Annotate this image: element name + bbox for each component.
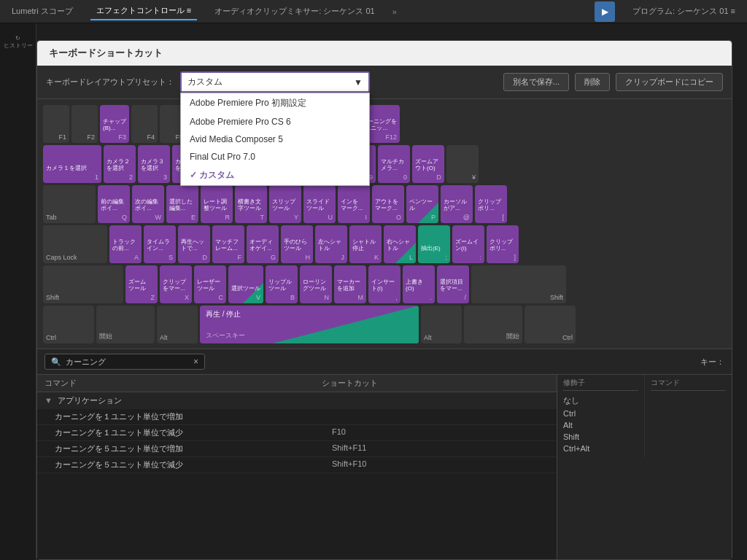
key-d[interactable]: 再生へットで... D — [178, 225, 210, 263]
key-o[interactable]: アウトをマーク... O — [372, 185, 404, 223]
key-f3[interactable]: チャップ(B)... F3 — [100, 105, 129, 143]
key-2[interactable]: カメラ２を選択 2 — [104, 145, 136, 183]
preset-select-wrapper[interactable]: カスタム ▼ Adobe Premiere Pro 初期設定 Adobe Pre… — [180, 71, 370, 93]
list-item[interactable]: カーニングを５ユニット単位で増加 Shift+F11 — [37, 441, 557, 457]
more-tabs-icon[interactable]: » — [392, 7, 397, 16]
key-c[interactable]: レーザーツール C — [194, 265, 226, 303]
key-r[interactable]: レート調整ツール R — [201, 185, 233, 223]
modifier-ctrl[interactable]: Ctrl — [563, 408, 638, 419]
key-z[interactable]: ズームツール Z — [125, 265, 158, 303]
list-item[interactable]: カーニングを１ユニット単位で増加 — [37, 409, 557, 425]
keyboard-row-bottom: Ctrl 開始 Alt 再生 / 停止 スペースキー Alt 開始 Ctrl — [43, 306, 726, 343]
key-j[interactable]: 左へシャトル J — [315, 225, 347, 263]
search-input-wrapper[interactable]: 🔍 × — [44, 354, 205, 370]
right-panel: 修飾子 なし Ctrl Alt Shift Ctrl+Alt コマンド — [557, 375, 732, 559]
key-f[interactable]: マッチフレーム... F — [212, 225, 244, 263]
search-input[interactable] — [66, 357, 189, 366]
delete-button[interactable]: 削除 — [575, 73, 610, 91]
key-i[interactable]: インをマーク... I — [338, 185, 370, 223]
keyboard-row-qwerty: Tab 前の編集ポイ... Q 次の編集ポイ... W 選択した編集... E … — [43, 185, 726, 223]
key-q[interactable]: 前の編集ポイ... Q — [98, 185, 130, 223]
key-f2[interactable]: F2 — [71, 105, 98, 143]
key-x[interactable]: クリップをマー... X — [160, 265, 192, 303]
key-f1[interactable]: F1 — [43, 105, 69, 143]
preset-label: キーボードレイアウトプリセット： — [46, 77, 174, 88]
key-w[interactable]: 次の編集ポイ... W — [132, 185, 164, 223]
key-space[interactable]: 再生 / 停止 スペースキー — [200, 306, 419, 343]
list-item[interactable]: カーニングを５ユニット単位で減少 Shift+F10 — [37, 457, 557, 473]
modifier-none[interactable]: なし — [563, 394, 638, 408]
key-a[interactable]: トラックの前... A — [109, 225, 142, 263]
preset-option-final-cut[interactable]: Final Cut Pro 7.0 — [181, 148, 369, 166]
key-label: キー： — [700, 357, 724, 368]
key-l[interactable]: 右へシャトル L — [384, 225, 416, 263]
keyboard-row-numbers: カメラ１を選択 1 カメラ２を選択 2 カメラ３を選択 3 カメラ４を選択 4 … — [43, 145, 726, 183]
preset-dropdown: Adobe Premiere Pro 初期設定 Adobe Premiere P… — [180, 93, 370, 186]
key-e[interactable]: 選択した編集... E — [166, 185, 198, 223]
key-start-right[interactable]: 開始 — [464, 306, 522, 343]
key-t[interactable]: 横書き文字ツール T — [235, 185, 267, 223]
key-start-left[interactable]: 開始 — [96, 306, 155, 343]
key-capslock[interactable]: Caps Lock — [43, 225, 107, 263]
preset-option-adobe-cs6[interactable]: Adobe Premiere Pro CS 6 — [181, 113, 369, 131]
preset-select[interactable]: カスタム ▼ — [180, 71, 370, 93]
key-alt-left[interactable]: Alt — [157, 306, 198, 343]
key-at[interactable]: カーソルがア... @ — [441, 185, 473, 223]
keyboard-shortcut-dialog: キーボードショートカット キーボードレイアウトプリセット： カスタム ▼ Ado… — [36, 40, 732, 560]
key-shift-right[interactable]: Shift — [471, 265, 566, 303]
key-bracket-close[interactable]: クリップポリ... ] — [487, 225, 519, 263]
key-colon[interactable]: ズームイン(I) : — [452, 225, 484, 263]
preset-option-custom[interactable]: カスタム — [181, 166, 369, 185]
key-bracket-open[interactable]: クリップポリ... [ — [475, 185, 507, 223]
top-bar: Lumetri スコープ エフェクトコントロール ≡ オーディオクリップミキサー… — [0, 0, 747, 23]
key-1[interactable]: カメラ１を選択 1 — [43, 145, 101, 183]
key-n[interactable]: ローリングツール N — [300, 265, 332, 303]
keyboard-row-fn: F1 F2 チャップ(B)... F3 F4 F5 F6 F7 F8 — [43, 105, 726, 143]
tab-effect-control[interactable]: エフェクトコントロール ≡ — [90, 2, 197, 20]
key-comma[interactable]: インサート(I) , — [368, 265, 400, 303]
save-as-button[interactable]: 別名で保存... — [503, 73, 569, 91]
list-section-header: ▼ アプリケーション — [37, 392, 557, 409]
key-m[interactable]: マーカーを追加 M — [334, 265, 366, 303]
tab-audio-mixer[interactable]: オーディオクリップミキサー: シーケンス 01 — [209, 3, 380, 20]
key-b[interactable]: リップルツール B — [266, 265, 298, 303]
key-v[interactable]: 選択ツール V — [228, 265, 263, 303]
key-f4[interactable]: F4 — [131, 105, 158, 143]
key-yen[interactable]: ¥ — [446, 145, 479, 183]
key-3[interactable]: カメラ３を選択 3 — [138, 145, 170, 183]
key-y[interactable]: スリップツール Y — [269, 185, 301, 223]
key-semicolon[interactable]: 抽出(E) ; — [418, 225, 450, 263]
header-command: コマンド — [44, 378, 322, 389]
list-item[interactable]: カーニングを１ユニット単位で減少 F10 — [37, 425, 557, 441]
key-s[interactable]: タイムライン... S — [144, 225, 176, 263]
key-p[interactable]: ペンツール P — [406, 185, 438, 223]
key-period[interactable]: 上書き(O) . — [403, 265, 435, 303]
search-clear-button[interactable]: × — [193, 357, 198, 367]
search-row: 🔍 × キー： — [37, 349, 732, 375]
key-alt-right[interactable]: Alt — [421, 306, 462, 343]
key-ctrl-right[interactable]: Ctrl — [525, 306, 576, 343]
tab-program[interactable]: プログラム: シーケンス 01 ≡ — [627, 3, 741, 20]
key-ctrl-left[interactable]: Ctrl — [43, 306, 94, 343]
tab-lumetri[interactable]: Lumetri スコープ — [6, 3, 79, 20]
key-h[interactable]: 手のひらツール H — [281, 225, 313, 263]
key-minus[interactable]: ズームアウト(O) D — [412, 145, 444, 183]
left-sidebar: ↻ ヒストリー — [0, 23, 36, 560]
key-shift-left[interactable]: Shift — [43, 265, 123, 303]
preset-option-avid[interactable]: Avid Media Composer 5 — [181, 131, 369, 148]
key-0[interactable]: マルチカメラ... 0 — [378, 145, 410, 183]
key-tab[interactable]: Tab — [43, 185, 96, 223]
preset-option-adobe-default[interactable]: Adobe Premiere Pro 初期設定 — [181, 93, 369, 113]
bottom-split: コマンド ショートカット ▼ アプリケーション カーニングを１ユニット単位で増加… — [37, 375, 732, 559]
key-slash[interactable]: 選択項目をマー... / — [437, 265, 469, 303]
modifier-shift[interactable]: Shift — [563, 431, 638, 443]
modifier-ctrl-alt[interactable]: Ctrl+Alt — [563, 443, 638, 454]
sidebar-item-history[interactable]: ↻ ヒストリー — [4, 29, 33, 55]
copy-to-clipboard-button[interactable]: クリップボードにコピー — [616, 73, 723, 91]
key-k[interactable]: シャトル停止 K — [349, 225, 382, 263]
cmd-col: コマンド — [645, 375, 732, 457]
key-u[interactable]: スライドツール U — [303, 185, 336, 223]
modifier-alt[interactable]: Alt — [563, 419, 638, 431]
play-button[interactable]: ▶ — [595, 1, 615, 22]
key-g[interactable]: オーディオゲイ... G — [247, 225, 279, 263]
